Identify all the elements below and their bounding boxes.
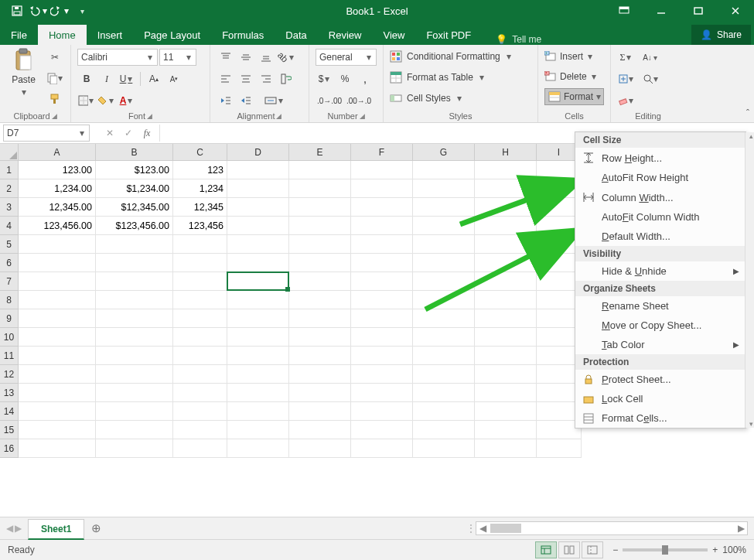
cell-E10[interactable] — [289, 328, 351, 347]
collapse-ribbon-button[interactable]: ˆ — [746, 108, 749, 119]
cell-H1[interactable] — [475, 161, 537, 179]
fill-button[interactable]: ▾ — [617, 70, 636, 88]
cell-C10[interactable] — [173, 328, 227, 347]
cell-B12[interactable] — [96, 365, 173, 384]
cell-D4[interactable] — [227, 217, 289, 235]
align-middle-button[interactable] — [237, 48, 255, 67]
cell-F15[interactable] — [351, 421, 413, 439]
cell-G7[interactable] — [413, 272, 475, 291]
cell-C11[interactable] — [173, 347, 227, 365]
sheet-tab-active[interactable]: Sheet1 — [28, 519, 84, 540]
cell-A15[interactable] — [19, 421, 96, 439]
cell-B1[interactable]: $123.00 — [96, 161, 173, 179]
row-header-13[interactable]: 13 — [0, 384, 19, 402]
horizontal-scrollbar[interactable]: ◀▶ — [476, 521, 748, 535]
column-header-A[interactable]: A — [19, 144, 96, 161]
cell-G6[interactable] — [413, 254, 475, 272]
cell-F13[interactable] — [351, 384, 413, 402]
dialog-launcher-icon[interactable]: ◢ — [276, 112, 281, 120]
row-headers[interactable]: 12345678910111213141516 — [0, 161, 19, 458]
cell-B2[interactable]: $1,234.00 — [96, 179, 173, 198]
cell-F10[interactable] — [351, 328, 413, 347]
cell-E8[interactable] — [289, 291, 351, 309]
row-header-1[interactable]: 1 — [0, 161, 19, 179]
increase-decimal-button[interactable]: .0→.00 — [316, 91, 343, 110]
qat-customize[interactable]: ▾ — [71, 0, 93, 22]
tab-data[interactable]: Data — [275, 25, 317, 45]
cell-G14[interactable] — [413, 402, 475, 421]
cell-D1[interactable] — [227, 161, 289, 179]
cell-C1[interactable]: 123 — [173, 161, 227, 179]
cell-E3[interactable] — [289, 198, 351, 217]
increase-font-button[interactable]: A▴ — [145, 70, 163, 88]
align-bottom-button[interactable] — [257, 48, 275, 67]
new-sheet-button[interactable]: ⊕ — [84, 521, 107, 535]
menu-autofit-row[interactable]: AutoFit Row Height — [575, 168, 745, 187]
cell-H4[interactable] — [475, 217, 537, 235]
undo-button[interactable]: ▾ — [28, 0, 49, 22]
cell-H8[interactable] — [475, 291, 537, 309]
cell-G16[interactable] — [413, 439, 475, 458]
cell-H13[interactable] — [475, 384, 537, 402]
menu-autofit-column[interactable]: AutoFit Column Width — [575, 207, 745, 227]
wrap-text-button[interactable] — [277, 70, 295, 88]
sort-filter-button[interactable]: A↓▾ — [642, 48, 660, 67]
cell-B11[interactable] — [96, 347, 173, 365]
cell-E5[interactable] — [289, 235, 351, 254]
tab-page-layout[interactable]: Page Layout — [133, 25, 211, 45]
zoom-level[interactable]: 100% — [722, 545, 746, 555]
cancel-formula-button[interactable]: ✕ — [101, 128, 119, 138]
cell-H12[interactable] — [475, 365, 537, 384]
cell-D15[interactable] — [227, 421, 289, 439]
cell-G15[interactable] — [413, 421, 475, 439]
cell-C15[interactable] — [173, 421, 227, 439]
cell-F5[interactable] — [351, 235, 413, 254]
cell-A2[interactable]: 1,234.00 — [19, 179, 96, 198]
cell-D16[interactable] — [227, 439, 289, 458]
number-format-select[interactable]: General▾ — [316, 49, 377, 66]
cell-D14[interactable] — [227, 402, 289, 421]
cell-H7[interactable] — [475, 272, 537, 291]
column-header-D[interactable]: D — [227, 144, 289, 161]
row-header-10[interactable]: 10 — [0, 328, 19, 347]
cell-G2[interactable] — [413, 179, 475, 198]
menu-scrollbar[interactable]: ▴▾ — [745, 132, 754, 428]
sheet-nav-next[interactable]: ▶ — [15, 523, 22, 534]
row-header-12[interactable]: 12 — [0, 365, 19, 384]
font-family-select[interactable]: Calibri▾ — [77, 49, 158, 66]
merge-center-button[interactable]: ▾ — [257, 91, 292, 110]
cell-H11[interactable] — [475, 347, 537, 365]
borders-button[interactable]: ▾ — [77, 91, 96, 110]
dialog-launcher-icon[interactable]: ◢ — [52, 112, 57, 120]
cell-F11[interactable] — [351, 347, 413, 365]
cell-I16[interactable] — [537, 439, 582, 458]
cell-C7[interactable] — [173, 272, 227, 291]
find-select-button[interactable]: ▾ — [642, 70, 660, 88]
menu-lock-cell[interactable]: Lock Cell — [575, 389, 745, 408]
align-left-button[interactable] — [217, 70, 235, 88]
comma-format-button[interactable]: , — [356, 70, 374, 88]
menu-hide-unhide[interactable]: Hide & Unhide▶ — [575, 261, 745, 281]
minimize-button[interactable] — [643, 0, 680, 22]
cell-A7[interactable] — [19, 272, 96, 291]
clear-button[interactable]: ▾ — [617, 91, 636, 110]
cut-button[interactable]: ✂ — [46, 48, 64, 67]
cell-F1[interactable] — [351, 161, 413, 179]
cell-E14[interactable] — [289, 402, 351, 421]
cell-D3[interactable] — [227, 198, 289, 217]
cell-C4[interactable]: 123,456 — [173, 217, 227, 235]
row-header-8[interactable]: 8 — [0, 291, 19, 309]
tab-home[interactable]: Home — [38, 25, 87, 45]
cell-A13[interactable] — [19, 384, 96, 402]
insert-cells-button[interactable]: +Insert▾ — [544, 48, 604, 65]
menu-row-height[interactable]: Row Height... — [575, 148, 745, 168]
name-box[interactable]: D7▾ — [3, 125, 90, 142]
cell-F7[interactable] — [351, 272, 413, 291]
row-header-7[interactable]: 7 — [0, 272, 19, 291]
cell-E2[interactable] — [289, 179, 351, 198]
decrease-indent-button[interactable] — [217, 91, 235, 110]
italic-button[interactable]: I — [97, 70, 116, 88]
row-header-9[interactable]: 9 — [0, 309, 19, 328]
tab-split-handle[interactable]: ⋮ — [466, 523, 473, 534]
cell-A6[interactable] — [19, 254, 96, 272]
